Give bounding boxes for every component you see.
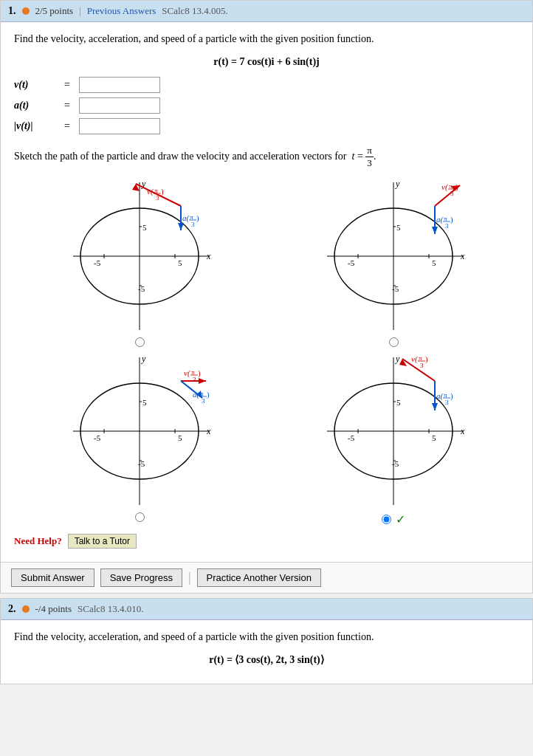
svg-text:π: π — [154, 187, 158, 194]
graph-cell-2: y x 5 -5 5 -5 — [268, 175, 519, 347]
svg-text:5: 5 — [178, 258, 182, 267]
svg-text:3: 3 — [420, 362, 424, 369]
problem-2-block: 2. -/4 points SCalc8 13.4.010. Find the … — [0, 598, 533, 684]
problem-2-points: -/4 points — [35, 603, 72, 615]
svg-text:): ) — [425, 354, 428, 364]
svg-text:3: 3 — [202, 397, 205, 405]
problem-1-number: 1. — [8, 5, 16, 17]
svg-text:π: π — [191, 368, 195, 376]
svg-text:π: π — [444, 215, 447, 222]
graph-radio-3[interactable] — [135, 512, 145, 522]
vt-label: v(t) — [14, 79, 58, 91]
svg-text:v(: v( — [147, 187, 154, 196]
vt-abs-input[interactable] — [79, 118, 160, 134]
submit-answer-button[interactable]: Submit Answer — [11, 568, 94, 587]
separator-1: | — [79, 5, 81, 17]
svg-text:3: 3 — [450, 190, 454, 197]
svg-text:3: 3 — [445, 399, 449, 406]
problem-1-block: 1. 2/5 points | Previous Answers SCalc8 … — [0, 0, 533, 594]
svg-text:5: 5 — [142, 223, 147, 232]
graph-svg-1: y x 5 -5 5 -5 — [66, 175, 213, 337]
svg-text:a(: a( — [436, 215, 444, 224]
svg-text:): ) — [161, 187, 164, 196]
vt-abs-label: |v(t)| — [14, 120, 58, 132]
graph-cell-3: y x 5 -5 5 -5 — [14, 350, 265, 526]
svg-text:5: 5 — [432, 258, 436, 267]
graph-radio-2[interactable] — [389, 337, 399, 347]
svg-marker-43 — [432, 227, 438, 234]
at-input[interactable] — [79, 97, 160, 114]
svg-text:): ) — [450, 215, 453, 224]
vt-input[interactable] — [79, 77, 160, 93]
at-equals: = — [64, 100, 70, 111]
talk-to-tutor-button[interactable]: Talk to a Tutor — [68, 534, 137, 549]
graph-radio-4-row: ✓ — [382, 512, 405, 526]
at-label: a(t) — [14, 100, 58, 111]
svg-text:-5: -5 — [94, 258, 101, 267]
svg-text:a(: a( — [436, 391, 444, 401]
radio-input-2[interactable] — [389, 337, 399, 347]
svg-text:5: 5 — [178, 433, 182, 442]
svg-text:5: 5 — [432, 433, 436, 442]
svg-text:x: x — [206, 251, 211, 261]
problem-2-equation: r(t) = ⟨3 cos(t), 2t, 3 sin(t)⟩ — [14, 652, 519, 667]
problem-1-ref: SCalc8 13.4.005. — [162, 5, 228, 17]
svg-text:π: π — [444, 391, 447, 399]
radio-input-3[interactable] — [135, 512, 145, 522]
save-progress-button[interactable]: Save Progress — [100, 568, 182, 587]
problem-2-statement: Find the velocity, acceleration, and spe… — [14, 629, 519, 645]
problem-1-header: 1. 2/5 points | Previous Answers SCalc8 … — [1, 1, 532, 22]
svg-text:): ) — [198, 368, 201, 378]
svg-text:5: 5 — [396, 398, 401, 407]
svg-text:-5: -5 — [94, 433, 101, 442]
vt-row: v(t) = — [14, 77, 519, 93]
svg-text:y: y — [141, 354, 146, 364]
graphs-grid: y x 5 -5 5 -5 — [14, 175, 519, 526]
at-row: a(t) = — [14, 97, 519, 114]
svg-text:a(: a( — [193, 390, 201, 399]
svg-line-94 — [402, 359, 435, 381]
svg-text:v(: v( — [411, 354, 419, 364]
graph-svg-2: y x 5 -5 5 -5 — [320, 175, 467, 337]
svg-marker-16 — [178, 223, 184, 230]
svg-text:π: π — [190, 213, 193, 221]
status-dot-1 — [22, 7, 30, 15]
need-help-label: Need Help? — [14, 535, 62, 547]
svg-text:π: π — [419, 354, 422, 362]
svg-marker-68 — [199, 378, 206, 384]
svg-text:x: x — [460, 251, 465, 261]
graph-cell-4: y x 5 -5 5 -5 — [268, 350, 519, 526]
svg-text:): ) — [207, 390, 210, 399]
svg-text:3: 3 — [445, 222, 449, 230]
graph-svg-4: y x 5 -5 5 -5 — [320, 350, 467, 512]
vt-equals: = — [64, 79, 70, 91]
svg-text:-5: -5 — [348, 433, 355, 442]
svg-marker-97 — [432, 403, 438, 410]
sketch-statement: Sketch the path of the particle and draw… — [14, 145, 519, 169]
svg-text:y: y — [395, 354, 400, 364]
svg-text:5: 5 — [142, 398, 147, 407]
svg-text:y: y — [395, 179, 400, 189]
divider: | — [188, 570, 191, 585]
problem-2-body: Find the velocity, acceleration, and spe… — [1, 620, 532, 684]
problem-1-body: Find the velocity, acceleration, and spe… — [1, 22, 532, 562]
radio-input-1[interactable] — [135, 337, 145, 347]
graph-svg-3: y x 5 -5 5 -5 — [66, 350, 213, 512]
svg-text:v(: v( — [184, 368, 191, 378]
t-equals-label: t — [352, 151, 355, 162]
vt-abs-equals: = — [64, 120, 70, 132]
radio-input-4[interactable] — [382, 515, 391, 524]
svg-text:): ) — [450, 391, 453, 401]
graph-radio-1[interactable] — [135, 337, 145, 347]
problem-1-equation: r(t) = 7 cos(t)i + 6 sin(t)j — [14, 54, 519, 69]
vt-abs-row: |v(t)| = — [14, 118, 519, 134]
need-help-section: Need Help? Talk to a Tutor — [14, 534, 519, 549]
svg-text:π: π — [200, 390, 204, 397]
svg-text:): ) — [196, 213, 199, 223]
period: . — [374, 151, 376, 162]
svg-text:3: 3 — [156, 194, 159, 202]
svg-text:v(: v( — [441, 182, 449, 192]
problem-1-points: 2/5 points — [35, 5, 74, 17]
previous-answers-link-1[interactable]: Previous Answers — [87, 5, 157, 17]
practice-another-version-button[interactable]: Practice Another Version — [197, 568, 321, 587]
